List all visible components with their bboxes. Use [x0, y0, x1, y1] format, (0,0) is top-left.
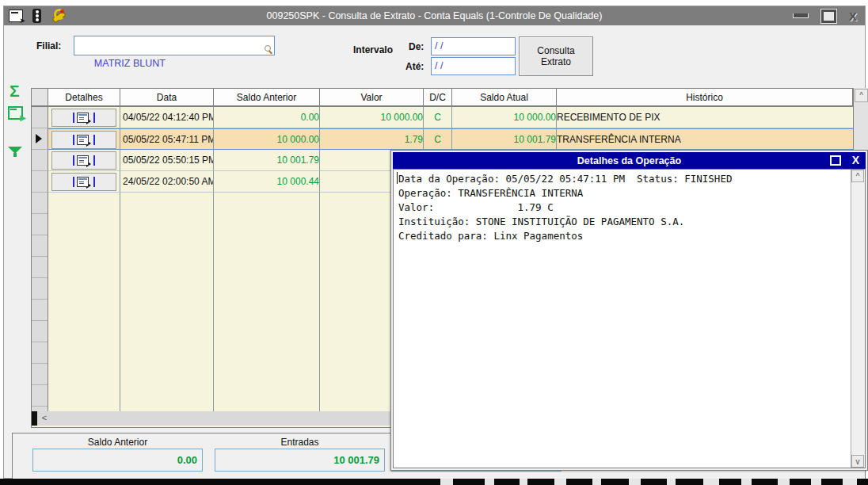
scroll-up-icon[interactable]: ^: [855, 89, 868, 102]
taskbar-segment: [554, 479, 566, 485]
traffic-light-icon[interactable]: [32, 9, 41, 23]
header-detalhes[interactable]: Detalhes: [48, 89, 120, 107]
operation-line: Data da Operação: 05/05/22 05:47:11 PM S…: [394, 172, 865, 186]
details-window-icon: [77, 177, 89, 187]
close-button[interactable]: X: [849, 10, 857, 23]
scroll-down-icon[interactable]: v: [851, 455, 864, 468]
saldo-anterior-cell[interactable]: 0.00: [214, 107, 320, 128]
dialog-close-button[interactable]: X: [852, 155, 859, 166]
filter-funnel-icon[interactable]: [8, 145, 22, 158]
export-form-icon[interactable]: [9, 10, 23, 22]
search-icon[interactable]: [265, 45, 272, 53]
valor-cell[interactable]: 10 000.00: [320, 107, 424, 128]
saldo-anterior-total-field: 0.00: [32, 449, 203, 472]
detalhes-button[interactable]: [51, 173, 116, 191]
titlebar-icons: [9, 8, 65, 24]
taskbar-segment: [703, 479, 719, 485]
detalhes-button[interactable]: [51, 151, 116, 170]
detalhes-operacao-dialog: Detalhes da Operação X Data da Operação:…: [390, 150, 868, 471]
de-label: De:: [409, 41, 424, 52]
header-saldo-anterior[interactable]: Saldo Anterior: [214, 89, 320, 107]
operation-line: Creditado para: Linx Pagamentos: [394, 229, 865, 243]
operation-line: Instituição: STONE INSTITUIÇÃO DE PAGAME…: [394, 215, 865, 229]
table-row[interactable]: 04/05/22 04:12:40 PM 0.00 10 000.00 C 10…: [48, 107, 854, 128]
scroll-up-icon[interactable]: ^: [851, 170, 864, 182]
valor-cell[interactable]: 1.79: [320, 128, 424, 150]
wrench-icon[interactable]: [51, 9, 65, 23]
historico-cell[interactable]: TRANSFERÊNCIA INTERNA: [557, 128, 854, 150]
minimize-button[interactable]: [793, 13, 809, 18]
operation-line: Operação: TRANSFERÊNCIA INTERNA: [394, 186, 865, 200]
data-cell[interactable]: 05/05/22 05:47:11 PM: [120, 128, 214, 150]
historico-cell[interactable]: RECEBIMENTO DE PIX: [557, 107, 854, 128]
dialog-titlebar[interactable]: Detalhes da Operação X: [393, 152, 866, 169]
dc-cell[interactable]: C: [424, 128, 452, 150]
row-selector[interactable]: [32, 171, 48, 193]
scrollbar-splitter[interactable]: [32, 411, 37, 426]
header-saldo-atual[interactable]: Saldo Atual: [452, 89, 557, 107]
dialog-vertical-scrollbar[interactable]: ^ v: [851, 170, 865, 468]
taskbar-segment: [485, 479, 494, 485]
saldo-atual-cell[interactable]: 10 001.79: [452, 128, 557, 150]
operation-line: Valor: 1.79 C: [394, 200, 865, 215]
data-cell[interactable]: 24/05/22 02:00:50 AM: [120, 171, 214, 193]
detalhes-button[interactable]: [51, 131, 116, 149]
row-selector-current[interactable]: [32, 128, 48, 150]
current-row-marker-icon: [36, 134, 42, 143]
taskbar-segment: [520, 479, 527, 485]
taskbar-segment: [811, 479, 821, 485]
entradas-total-field: 10 001.79: [215, 449, 385, 472]
taskbar-segment: [843, 479, 857, 485]
taskbar-strip: [0, 479, 868, 485]
ate-label: Até:: [405, 61, 424, 72]
detalhes-cell[interactable]: [48, 128, 120, 150]
export-row-icon[interactable]: [8, 106, 23, 120]
detalhes-cell[interactable]: [48, 171, 120, 193]
filial-label: Filial:: [36, 40, 61, 52]
taskbar-segment: [667, 479, 676, 485]
detalhes-button[interactable]: [51, 109, 116, 127]
header-dc[interactable]: D/C: [424, 89, 452, 107]
filial-value: MATRIZ BLUNT: [94, 58, 166, 69]
taskbar-segment: [592, 479, 601, 485]
sigma-icon[interactable]: Σ: [10, 83, 20, 99]
screen: 009250SPK - Consulta de Extrato - Conta …: [0, 0, 868, 485]
saldo-anterior-cell[interactable]: 10 001.79: [214, 150, 320, 171]
table-row-selected[interactable]: 05/05/22 05:47:11 PM 10 000.00 1.79 C 10…: [48, 128, 854, 150]
titlebar[interactable]: 009250SPK - Consulta de Extrato - Conta …: [4, 6, 865, 25]
details-window-icon: [77, 135, 89, 145]
data-cell[interactable]: 04/05/22 04:12:40 PM: [120, 107, 214, 128]
header-data[interactable]: Data: [120, 89, 214, 107]
header-valor[interactable]: Valor: [320, 89, 424, 107]
grid-corner: [32, 89, 48, 107]
saldo-anterior-total-label: Saldo Anterior: [32, 437, 203, 448]
taskbar-segment: [778, 479, 790, 485]
dialog-body[interactable]: Data da Operação: 05/05/22 05:47:11 PM S…: [393, 169, 866, 468]
row-selector[interactable]: [32, 107, 48, 128]
data-cell[interactable]: 05/05/22 05:50:15 PM: [120, 150, 214, 171]
saldo-anterior-cell[interactable]: 10 000.44: [214, 171, 320, 193]
dc-cell[interactable]: C: [424, 107, 452, 128]
consulta-extrato-button[interactable]: Consulta Extrato: [519, 36, 593, 76]
row-selector-empty: [32, 193, 48, 426]
ate-input[interactable]: / /: [431, 57, 516, 75]
scroll-left-icon[interactable]: <: [37, 411, 51, 426]
details-window-icon: [77, 155, 89, 166]
maximize-button[interactable]: [821, 10, 836, 23]
dialog-maximize-button[interactable]: [830, 155, 841, 166]
taskbar-segment: [629, 479, 641, 485]
header-historico[interactable]: Histórico: [557, 89, 853, 107]
dialog-title: Detalhes da Operação: [393, 155, 866, 166]
saldo-anterior-cell[interactable]: 10 000.00: [214, 128, 320, 150]
window-title: 009250SPK - Consulta de Extrato - Conta …: [4, 10, 865, 21]
detalhes-cell[interactable]: [48, 107, 120, 128]
detalhes-cell[interactable]: [48, 150, 120, 171]
row-selector[interactable]: [32, 150, 48, 171]
details-window-icon: [77, 113, 89, 123]
saldo-atual-cell[interactable]: 10 000.00: [452, 107, 557, 128]
taskbar-segment: [440, 479, 453, 485]
entradas-total-label: Entradas: [215, 437, 385, 448]
taskbar-segment: [741, 479, 752, 485]
de-input[interactable]: / /: [431, 37, 516, 55]
filial-input[interactable]: MATRIZ BLUNT: [74, 36, 275, 55]
